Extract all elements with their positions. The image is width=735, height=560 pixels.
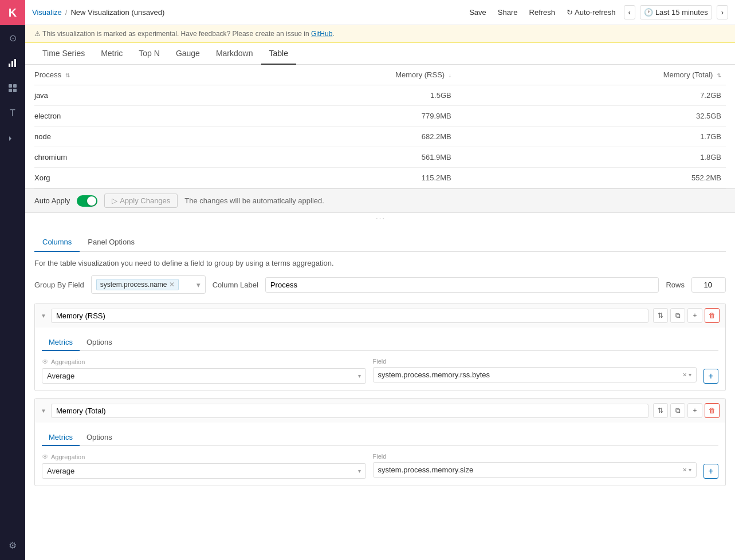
sidebar-item-discover[interactable]: ⊙: [0, 25, 25, 50]
metric-tab-options-rss[interactable]: Options: [80, 334, 119, 351]
metric-collapse-rss[interactable]: ▼: [41, 313, 46, 319]
apply-note: The changes will be automatically applie…: [184, 196, 324, 205]
time-range-selector[interactable]: 🕐 Last 15 minutes: [640, 5, 712, 19]
autorefresh-button[interactable]: ↻ Auto-refresh: [563, 6, 619, 19]
svg-rect-3: [9, 84, 12, 88]
remove-group-by-tag[interactable]: ✕: [169, 281, 175, 289]
aggregation-group-total: 👁 Aggregation Average ▾: [42, 453, 366, 479]
cell-total: 32.5GB: [456, 106, 726, 127]
sidebar-item-devtools[interactable]: [0, 126, 25, 151]
col-header-rss[interactable]: Memory (RSS) ↓: [195, 65, 456, 85]
config-tab-panel-options[interactable]: Panel Options: [80, 233, 143, 252]
metric-fields-total: 👁 Aggregation Average ▾ Field: [42, 453, 718, 479]
metric-collapse-total[interactable]: ▼: [41, 408, 46, 414]
add-filter-rss[interactable]: +: [703, 369, 718, 384]
group-by-field-select[interactable]: system.process.name ✕ ▾: [91, 275, 206, 294]
group-by-label: Group By Field: [34, 281, 84, 289]
time-nav-next[interactable]: ›: [717, 5, 728, 19]
sort-icon-total: ⇅: [717, 72, 721, 78]
config-tab-columns[interactable]: Columns: [34, 233, 80, 252]
cell-process: node: [34, 127, 195, 147]
svg-rect-0: [9, 64, 10, 67]
auto-apply-label: Auto Apply: [34, 196, 70, 205]
sidebar-item-dashboard[interactable]: [0, 76, 25, 101]
table-row: Xorg 115.2MB 552.2MB: [34, 168, 726, 188]
aggregation-arrow-total: ▾: [358, 468, 361, 474]
tab-top-n[interactable]: Top N: [131, 43, 168, 65]
col-header-total[interactable]: Memory (Total) ⇅: [456, 65, 726, 85]
column-label-label: Column Label: [213, 281, 258, 289]
metric-move-total[interactable]: ⇅: [653, 403, 668, 418]
metric-section-total: ▼ ⇅ ⧉ + 🗑 Metrics Options: [34, 398, 726, 486]
metric-add-rss[interactable]: +: [687, 308, 702, 323]
svg-rect-5: [9, 89, 12, 92]
refresh-button[interactable]: Refresh: [526, 6, 559, 19]
visualize-link[interactable]: Visualize: [32, 8, 62, 17]
metric-move-rss[interactable]: ⇅: [653, 308, 668, 323]
aggregation-label-total: 👁 Aggregation: [42, 453, 366, 461]
rows-label: Rows: [666, 281, 685, 289]
rows-input[interactable]: [691, 277, 726, 293]
config-tabs: Columns Panel Options: [34, 233, 726, 252]
experimental-banner: ⚠ This visualization is marked as experi…: [25, 25, 735, 43]
svg-rect-1: [11, 61, 13, 67]
field-select-rss[interactable]: system.process.memory.rss.bytes ✕ ▾: [373, 367, 697, 382]
tab-table[interactable]: Table: [261, 43, 296, 65]
metric-add-total[interactable]: +: [687, 403, 702, 418]
aggregation-select-rss[interactable]: Average ▾: [42, 368, 366, 384]
cell-process: Xorg: [34, 168, 195, 188]
metric-copy-rss[interactable]: ⧉: [670, 308, 685, 323]
sidebar-item-visualize[interactable]: [0, 50, 25, 76]
cell-rss: 682.2MB: [195, 127, 456, 147]
field-label-rss: Field: [373, 358, 697, 365]
field-select-total[interactable]: system.process.memory.size ✕ ▾: [373, 462, 697, 478]
aggregation-arrow-rss: ▾: [358, 373, 361, 379]
sidebar-item-management[interactable]: ⚙: [0, 535, 25, 560]
svg-rect-2: [14, 59, 16, 67]
metric-tab-options-total[interactable]: Options: [80, 429, 119, 446]
metric-delete-total[interactable]: 🗑: [705, 403, 720, 418]
eye-icon-rss: 👁: [42, 358, 49, 366]
tab-gauge[interactable]: Gauge: [168, 43, 208, 65]
table-row: chromium 561.9MB 1.8GB: [34, 147, 726, 168]
drag-handle[interactable]: · · ·: [25, 213, 735, 224]
apply-changes-button[interactable]: ▷ Apply Changes: [104, 194, 178, 208]
group-by-dropdown-arrow: ▾: [196, 281, 201, 289]
metric-sub-tabs-rss: Metrics Options: [42, 334, 718, 351]
tab-metric[interactable]: Metric: [93, 43, 131, 65]
share-button[interactable]: Share: [494, 6, 521, 19]
metric-header-rss: ▼ ⇅ ⧉ + 🗑: [35, 303, 725, 328]
tab-time-series[interactable]: Time Series: [34, 43, 93, 65]
topbar: Visualize / New Visualization (unsaved) …: [25, 0, 735, 25]
auto-apply-toggle[interactable]: [77, 195, 97, 207]
col-header-process[interactable]: Process ⇅: [34, 65, 195, 85]
metric-name-total[interactable]: [51, 404, 648, 418]
cell-rss: 1.5GB: [195, 85, 456, 106]
viz-tabs: Time Series Metric Top N Gauge Markdown …: [25, 43, 735, 65]
aggregation-select-total[interactable]: Average ▾: [42, 463, 366, 479]
results-table: Process ⇅ Memory (RSS) ↓ Memory (Total) …: [34, 65, 726, 188]
metric-tab-metrics-total[interactable]: Metrics: [42, 429, 80, 446]
sidebar-item-timelion[interactable]: T: [0, 101, 25, 126]
metric-section-rss: ▼ ⇅ ⧉ + 🗑 Metrics Options: [34, 303, 726, 391]
data-table-section: Process ⇅ Memory (RSS) ↓ Memory (Total) …: [25, 65, 735, 188]
github-link[interactable]: GitHub: [311, 30, 332, 38]
save-button[interactable]: Save: [466, 6, 490, 19]
tab-markdown[interactable]: Markdown: [208, 43, 261, 65]
metric-body-rss: Metrics Options 👁 Aggregation Average ▾: [35, 328, 725, 391]
metric-copy-total[interactable]: ⧉: [670, 403, 685, 418]
refresh-icon: ↻: [567, 8, 573, 17]
metric-fields-rss: 👁 Aggregation Average ▾ Field: [42, 358, 718, 384]
cell-rss: 115.2MB: [195, 168, 456, 188]
column-label-input[interactable]: [265, 277, 659, 293]
breadcrumb-separator: /: [65, 8, 68, 17]
add-filter-total[interactable]: +: [703, 464, 718, 479]
metric-tab-metrics-rss[interactable]: Metrics: [42, 334, 80, 351]
group-by-tag: system.process.name ✕: [96, 279, 179, 290]
field-arrow-rss: ✕ ▾: [682, 372, 691, 378]
time-nav-prev[interactable]: ‹: [624, 5, 635, 19]
metric-delete-rss[interactable]: 🗑: [705, 308, 720, 323]
metric-name-rss[interactable]: [51, 309, 648, 323]
kibana-logo[interactable]: K: [0, 0, 25, 25]
play-icon: ▷: [112, 196, 117, 205]
